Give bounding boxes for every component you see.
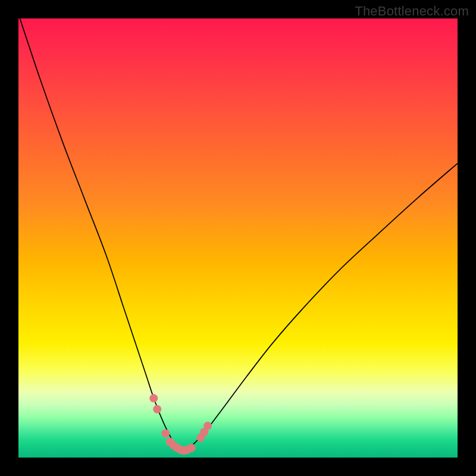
chart-svg (18, 18, 458, 458)
marker-dot (203, 422, 212, 430)
marker-dot (187, 444, 196, 452)
bottleneck-curve (18, 18, 458, 451)
marker-group (149, 394, 212, 455)
chart-frame: TheBottleneck.com (0, 0, 476, 476)
plot-area (18, 18, 458, 458)
marker-dot (149, 394, 158, 402)
marker-dot (153, 405, 161, 414)
watermark-text: TheBottleneck.com (355, 4, 469, 19)
marker-dot (161, 429, 170, 437)
